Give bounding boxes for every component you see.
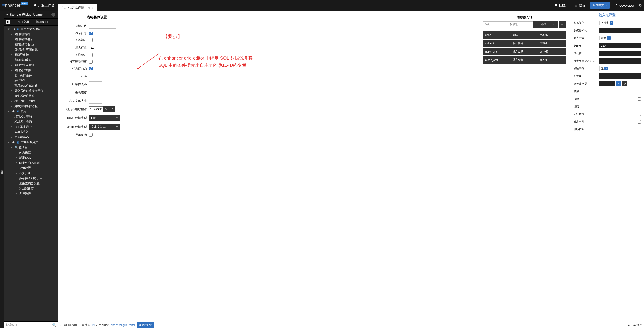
tree-item[interactable]: ▫固定列和高亮列 — [4, 160, 58, 165]
logo[interactable]: ≡nhancer beta — [2, 3, 28, 8]
tree-item[interactable]: ▫窗口定时刷新 — [4, 68, 58, 73]
tree-item[interactable]: ▫水平垂直居中 — [4, 124, 58, 129]
select-matrix-type[interactable]: 文本字符串▼ — [89, 124, 120, 130]
project-play-icon[interactable]: ▸ — [52, 13, 56, 17]
input-config[interactable] — [599, 73, 641, 79]
select-align[interactable]: 左边▾ — [599, 36, 611, 41]
chk-show-footer[interactable] — [89, 133, 92, 137]
tree-item[interactable]: ▫手风琴容器 — [4, 134, 58, 140]
flag-checkbox[interactable] — [638, 105, 641, 108]
tree-item[interactable]: ▫脚本控制事件过程 — [4, 104, 58, 109]
chk-reorder[interactable] — [89, 60, 92, 64]
community-link[interactable]: 社区 — [554, 3, 566, 8]
tree-item[interactable]: ▫执行后台JS过程 — [4, 98, 58, 104]
tree-item[interactable]: ▫多行选择 — [4, 191, 58, 196]
column-row[interactable]: debit_amt借方金额文本框 — [483, 48, 566, 55]
tree-item[interactable]: ▫绝对尺寸布局 — [4, 114, 58, 119]
tree-item[interactable]: ▫过滤器设置 — [4, 186, 58, 191]
tree-item[interactable]: ▫执行SQL — [4, 78, 58, 83]
rail-page-mgmt[interactable]: 页面管理 — [0, 11, 4, 328]
input-bind-ds[interactable] — [89, 107, 103, 112]
search-icon[interactable]: 🔍 — [52, 323, 56, 327]
tree-item[interactable]: ▫窗口跳转到帧 — [4, 37, 58, 42]
input-head-font[interactable] — [89, 98, 102, 104]
component-link[interactable]: enhancer-grid-editor — [111, 323, 135, 327]
flag-checkbox[interactable] — [638, 97, 641, 101]
tree-item[interactable]: ▫绑定SQL — [4, 155, 58, 160]
page-tree[interactable]: ▾ⓘ▣事件及动作用法▫窗口跳转窗口▫窗口跳转到帧▫窗口跳转到页面▫目标跳转页面在… — [4, 26, 58, 321]
input-col-name[interactable] — [483, 22, 508, 28]
tree-item[interactable]: ▫服务器后台校验 — [4, 93, 58, 98]
back-flow-button[interactable]: ← 返回流程图 — [60, 323, 77, 327]
tree-item[interactable]: ▫窗口跳转窗口 — [4, 32, 58, 37]
input-row-height[interactable] — [89, 73, 102, 79]
tree-item[interactable]: ▫表头分组 — [4, 170, 58, 176]
input-col-disp[interactable] — [508, 22, 533, 28]
save-button[interactable]: ◉ 保存 — [633, 323, 642, 327]
tree-item[interactable]: ▫窗口弹出帧 — [4, 52, 58, 57]
add-column-button[interactable]: ＋ — [558, 22, 566, 28]
input-head-height[interactable] — [89, 90, 102, 95]
close-icon[interactable]: × — [92, 6, 94, 10]
select-rows-type[interactable]: json▼ — [89, 115, 120, 121]
input-width[interactable] — [599, 43, 641, 48]
opt-ds-clear-icon[interactable]: ⊘ — [622, 81, 628, 86]
tree-item[interactable]: ▫复杂查询器设置 — [4, 181, 58, 186]
tree-item[interactable]: ▾ⓘ▣事件及动作用法 — [4, 27, 58, 32]
input-bind-var[interactable] — [599, 58, 641, 64]
tree-item[interactable]: ▫分组设置 — [4, 165, 58, 170]
tree-item[interactable]: ▾🔍查询器 — [4, 145, 58, 150]
input-max-rows[interactable] — [89, 45, 116, 50]
tree-item[interactable]: ▫窗口影响窗口 — [4, 57, 58, 63]
opt-ds-edit-icon[interactable]: ✎ — [616, 81, 621, 86]
select-validate[interactable]: 无▾ — [599, 66, 617, 71]
user-menu[interactable]: developer — [615, 4, 634, 8]
flag-checkbox[interactable] — [638, 113, 641, 116]
tree-item[interactable]: ▫提交后台前改变变量值 — [4, 88, 58, 93]
chk-can-delete[interactable] — [89, 53, 92, 57]
tree-item[interactable]: ▫相对尺寸布局 — [4, 119, 58, 124]
add-page-button[interactable]: ✚添加页面 — [33, 20, 48, 24]
tree-item[interactable]: ▫分页设置 — [4, 150, 58, 155]
language-select[interactable]: 简体中文▼ — [590, 2, 610, 9]
chk-can-add[interactable] — [89, 38, 92, 42]
select-data-type[interactable]: 字符串▾ — [599, 21, 614, 25]
back-icon[interactable]: « — [6, 13, 8, 16]
teach-button[interactable]: ✱ 教我配置 — [137, 322, 154, 328]
grid-icon[interactable]: ⊞ — [6, 20, 10, 24]
input-row-font[interactable] — [89, 82, 102, 87]
tree-item[interactable]: ▾✚▣官方组件用法 — [4, 140, 58, 145]
add-menu-button[interactable]: ＋添加菜单 — [14, 20, 29, 24]
columns-table: code编码文本框subject会计科目文本框debit_amt借方金额文本框c… — [483, 31, 566, 65]
input-init-rows[interactable] — [89, 23, 116, 29]
tutorial-link[interactable]: 教程 — [574, 3, 586, 8]
edit-ds-icon[interactable]: ✎ — [103, 106, 109, 112]
input-data-fmt[interactable] — [599, 28, 641, 33]
chk-show-lineno[interactable] — [89, 32, 92, 35]
active-tab[interactable]: 主表->从表格详情 189 × — [58, 4, 97, 12]
tree-item[interactable]: ▾✚▣布局 — [4, 109, 58, 114]
flag-checkbox[interactable] — [638, 128, 641, 131]
select-col-type[interactable]: ---- 类型 ----▼ — [533, 22, 558, 28]
flag-checkbox[interactable] — [638, 120, 641, 124]
tree-item[interactable]: ▫窗口跳转到页面 — [4, 42, 58, 47]
column-row[interactable]: subject会计科目文本框 — [483, 40, 566, 47]
input-default[interactable] — [599, 51, 641, 56]
tree-item[interactable]: ▫选项卡容器 — [4, 129, 58, 134]
tab-strip: 主表->从表格详情 189 × — [58, 4, 97, 12]
column-row[interactable]: credit_amt贷方金额文本框 — [483, 56, 566, 64]
workbench-link[interactable]: 开发工作台 — [34, 3, 54, 8]
tree-item[interactable]: ▫目标跳转页面在此 — [4, 47, 58, 52]
column-row[interactable]: code编码文本框 — [483, 31, 566, 39]
tree-item[interactable]: ▫窗口弹出及按回 — [4, 63, 58, 68]
play-icon[interactable]: ▶ — [628, 323, 630, 327]
window-link[interactable]: 11 — [92, 323, 95, 327]
clear-ds-icon[interactable]: ⊘ — [109, 106, 116, 112]
tree-item[interactable]: ▫多条件查询器设置 — [4, 176, 58, 181]
search-input[interactable] — [5, 322, 52, 327]
tree-item[interactable]: ▫动作执行条件 — [4, 73, 58, 78]
chk-hover-hl[interactable] — [89, 67, 92, 70]
tree-item[interactable]: ▫调用SQL存储过程 — [4, 83, 58, 88]
flag-checkbox[interactable] — [638, 90, 641, 93]
settings-icon[interactable] — [639, 4, 642, 7]
